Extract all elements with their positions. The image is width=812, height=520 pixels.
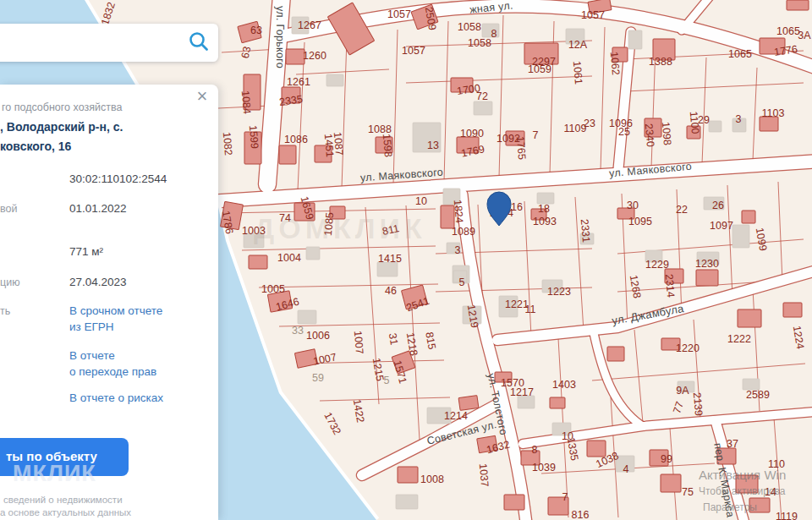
building-unregistered [306,247,320,260]
search-icon [188,30,210,52]
building-registered [477,435,498,453]
building-registered [749,498,770,512]
links-row-label: ть [0,305,10,317]
close-icon[interactable]: × [193,87,211,106]
building-unregistered [743,379,760,390]
building-registered [398,467,418,483]
building-registered [548,497,568,515]
building-registered [687,126,700,139]
building-registered [279,145,296,164]
building-unregistered [628,30,642,49]
search-button[interactable] [184,29,213,57]
building-unregistered [443,189,460,205]
building-unregistered [732,225,749,248]
building-registered [617,208,634,219]
building-unregistered [732,118,746,132]
cadastral-number-value: 30:02:110102:2544 [69,172,167,185]
building-unregistered [377,262,398,276]
building-unregistered [298,310,316,324]
permitted-use-text: го подсобного хозяйства [2,101,122,113]
building-registered [760,117,778,131]
link-risks-report[interactable]: В отчете о рисках [69,390,163,406]
building-registered [495,372,512,382]
building-registered [458,396,479,411]
object-reports-button[interactable]: ты по объекту [0,438,129,476]
building-registered [457,137,479,153]
building-registered [286,49,304,64]
building-registered [504,495,524,510]
building-registered [696,270,718,286]
building-registered [742,211,755,223]
building-registered [787,0,809,10]
object-reports-button-label: ты по объекту [6,449,97,463]
building-registered [717,448,736,464]
link-egrn-report-line1: В срочном отчете [69,304,162,317]
building-unregistered [566,29,584,44]
date2-value: 27.04.2023 [69,276,127,288]
building-unregistered [453,271,467,282]
link-egrn-report[interactable]: В срочном отчетеиз ЕГРН [69,303,162,335]
link-rights-transfer-report[interactable]: В отчетео переходе прав [69,348,156,380]
building-unregistered [396,495,418,509]
building-registered [736,475,758,493]
building-unregistered [447,243,460,254]
building-registered [650,450,668,466]
building-unregistered [552,423,571,435]
address-line-2: ковского, 16 [0,140,71,153]
link-egrn-report-line2: из ЕГРН [69,320,114,333]
date2-label: цию [0,276,20,288]
building-unregistered [244,233,264,248]
building-unregistered [678,381,694,392]
building-registered [294,203,315,221]
building-unregistered [645,250,662,262]
app-window: 18326363ул. Горького12671260126123351084… [0,0,812,520]
building-unregistered [616,456,634,472]
link-rights-transfer-line2: о переходе прав [69,365,156,378]
date1-label: вой [0,203,17,215]
building-unregistered [518,396,535,408]
building-unregistered [704,197,724,210]
address-line-1: , Володарский р-н, с. [0,120,123,134]
building-registered [330,206,345,219]
building-unregistered [413,123,441,152]
building-unregistered [463,306,481,324]
building-registered [607,347,624,361]
search-input[interactable] [0,24,184,62]
building-registered [451,78,473,92]
building-unregistered [474,101,492,115]
building-unregistered [542,280,562,293]
building-unregistered [482,24,499,37]
building-registered [738,309,761,327]
building-registered [506,131,524,145]
building-unregistered [697,252,719,265]
area-value: 771 м² [69,245,103,258]
building-registered [376,137,392,153]
building-registered [441,205,454,228]
building-registered [282,87,300,103]
building-unregistered [709,121,721,132]
building-registered [783,303,802,317]
footer-line-2: а основе актуальных данных [0,507,131,517]
link-rights-transfer-line1: В отчете [69,349,115,362]
building-registered [315,145,332,162]
building-unregistered [499,296,518,317]
building-registered [665,269,683,283]
building-registered [531,209,546,220]
building-registered [221,201,244,229]
building-registered [521,451,540,465]
building-registered [524,43,558,64]
search-bar [0,24,218,62]
building-registered [587,441,606,457]
building-registered [661,338,680,350]
building-registered [645,118,661,137]
building-registered [244,74,261,110]
date1-value: 01.01.2022 [69,202,127,215]
building-unregistered [427,408,451,424]
building-registered [249,255,267,269]
building-registered [267,291,292,312]
building-unregistered [580,233,594,244]
building-registered [653,39,675,60]
building-registered [612,47,628,62]
building-unregistered [326,74,343,86]
building-registered [244,132,261,164]
